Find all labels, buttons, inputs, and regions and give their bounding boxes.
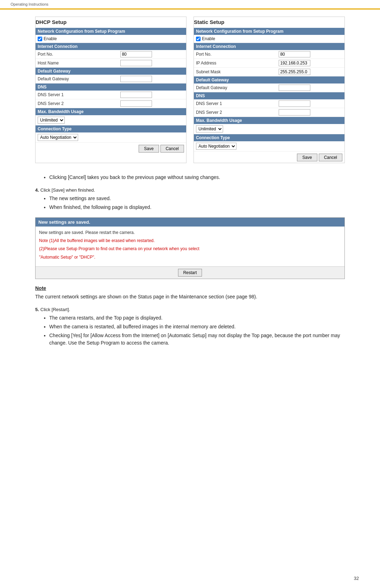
static-enable-row: Enable <box>194 35 344 43</box>
cancel-note-item: Clicking [Cancel] takes you back to the … <box>49 174 345 181</box>
dhcp-enable-label: Enable <box>44 36 57 41</box>
step5-section: 5. Click [Restart]. The camera restarts,… <box>35 307 345 347</box>
static-enable-label: Enable <box>202 36 215 41</box>
static-subnet-label: Subnet Mask <box>194 68 277 76</box>
static-panel: Static Setup Network Configuration from … <box>194 17 345 163</box>
dhcp-dns2-label: DNS Server 2 <box>36 99 118 108</box>
dhcp-connection-type-header: Connection Type <box>36 125 186 132</box>
dhcp-enable-row: Enable <box>36 35 186 43</box>
static-internet-connection-header: Internet Connection <box>194 43 344 50</box>
dhcp-port-row: Port No. <box>36 50 186 59</box>
dhcp-bandwidth-row: Unlimited 128 kbps 256 kbps 512 kbps 1 M… <box>36 115 186 125</box>
dhcp-cancel-button[interactable]: Cancel <box>160 145 184 153</box>
dhcp-gateway-label: Default Gateway <box>36 75 118 83</box>
dhcp-default-gateway-header: Default Gateway <box>36 68 186 75</box>
setup-panels: DHCP Setup Network Configuration from Se… <box>35 17 345 163</box>
dhcp-dns1-row: DNS Server 1 <box>36 91 186 99</box>
static-conntype-row: Auto Negotiation 10 Mbps Half 10 Mbps Fu… <box>194 141 344 151</box>
dhcp-conntype-select[interactable]: Auto Negotiation 10 Mbps Half 10 Mbps Fu… <box>38 134 78 141</box>
dhcp-btn-row: Save Cancel <box>36 143 186 154</box>
note-section: Note The current network settings are sh… <box>35 285 345 301</box>
dhcp-enable-checkbox[interactable] <box>38 37 42 41</box>
static-port-label: Port No. <box>194 50 277 59</box>
static-dns-header: DNS <box>194 92 344 99</box>
static-ip-row: IP Address <box>194 59 344 68</box>
static-connection-type-header: Connection Type <box>194 134 344 141</box>
saved-box-body: New settings are saved. Please restart t… <box>36 227 344 264</box>
step4-bullet2: When finished, the following page is dis… <box>49 204 345 211</box>
static-dns2-input[interactable] <box>279 109 310 116</box>
step4-text: Click [Save] when finished. <box>40 187 95 193</box>
dhcp-conntype-row: Auto Negotiation 10 Mbps Half 10 Mbps Fu… <box>36 132 186 143</box>
static-btn-row: Save Cancel <box>194 151 344 163</box>
saved-body-line1: New settings are saved. Please restart t… <box>39 229 341 236</box>
step5-bullet1: The camera restarts, and the Top page is… <box>49 314 345 322</box>
static-subnet-value-cell <box>277 68 344 76</box>
top-bar: Operating Instructions <box>0 0 380 10</box>
dhcp-internet-table: Port No. Host Name <box>36 50 186 68</box>
dhcp-dns-table: DNS Server 1 DNS Server 2 <box>36 91 186 108</box>
static-port-input[interactable] <box>279 51 310 57</box>
static-port-row: Port No. <box>194 50 344 59</box>
step4-bullet-list: The new settings are saved. When finishe… <box>49 195 345 211</box>
dhcp-panel-title: DHCP Setup <box>36 17 186 28</box>
dhcp-port-value-cell <box>118 50 186 59</box>
static-gateway-input[interactable] <box>279 85 310 91</box>
dhcp-dns2-input[interactable] <box>120 100 152 107</box>
dhcp-port-input[interactable] <box>120 51 152 57</box>
static-dns2-label: DNS Server 2 <box>194 108 277 117</box>
dhcp-save-button[interactable]: Save <box>139 145 159 153</box>
dhcp-panel: DHCP Setup Network Configuration from Se… <box>35 17 186 163</box>
static-dns2-value-cell <box>277 108 344 117</box>
step5-label-row: 5. Click [Restart]. <box>35 307 345 312</box>
restart-row: Restart <box>36 266 344 279</box>
cancel-note-section: Clicking [Cancel] takes you back to the … <box>35 174 345 181</box>
restart-button[interactable]: Restart <box>178 269 202 277</box>
static-save-button[interactable]: Save <box>297 154 317 161</box>
static-dns-table: DNS Server 1 DNS Server 2 <box>194 99 344 117</box>
static-ip-value-cell <box>277 59 344 68</box>
dhcp-gateway-input[interactable] <box>120 76 152 82</box>
main-content: DHCP Setup Network Configuration from Se… <box>0 10 380 359</box>
static-subnet-input[interactable] <box>279 69 310 75</box>
saved-note-line3: "Automatic Setup" or "DHCP". <box>39 254 341 261</box>
static-dns1-input[interactable] <box>279 100 310 107</box>
static-cancel-button[interactable]: Cancel <box>319 154 342 161</box>
note-title: Note <box>35 285 345 291</box>
static-dns2-row: DNS Server 2 <box>194 108 344 117</box>
dhcp-bandwidth-header: Max. Bandwidth Usage <box>36 108 186 115</box>
static-enable-checkbox[interactable] <box>196 37 201 41</box>
dhcp-hostname-input[interactable] <box>120 60 152 66</box>
static-dns1-label: DNS Server 1 <box>194 99 277 108</box>
static-network-config-header: Network Configuration from Setup Program <box>194 28 344 35</box>
dhcp-bandwidth-select[interactable]: Unlimited 128 kbps 256 kbps 512 kbps 1 M… <box>38 117 65 124</box>
static-bandwidth-select[interactable]: Unlimited 128 kbps 256 kbps 512 kbps 1 M… <box>196 125 223 132</box>
dhcp-dns-header: DNS <box>36 83 186 91</box>
static-default-gateway-header: Default Gateway <box>194 76 344 83</box>
step4-number: 4. <box>35 187 39 193</box>
saved-note-line1: Note (1)All the buffered images will be … <box>39 237 341 244</box>
static-bandwidth-row: Unlimited 128 kbps 256 kbps 512 kbps 1 M… <box>194 124 344 134</box>
step5-bullet2: When the camera is restarted, all buffer… <box>49 323 345 330</box>
step5-text: Click [Restart]. <box>40 307 70 312</box>
dhcp-gateway-row: Default Gateway <box>36 75 186 83</box>
step4-label-row: 4. Click [Save] when finished. <box>35 187 345 193</box>
static-gateway-row: Default Gateway <box>194 83 344 92</box>
dhcp-dns2-row: DNS Server 2 <box>36 99 186 108</box>
static-bandwidth-header: Max. Bandwidth Usage <box>194 117 344 124</box>
saved-note-line2: (2)Please use Setup Program to find out … <box>39 246 341 252</box>
static-conntype-select[interactable]: Auto Negotiation 10 Mbps Half 10 Mbps Fu… <box>196 143 236 150</box>
static-dns1-row: DNS Server 1 <box>194 99 344 108</box>
static-ip-input[interactable] <box>279 60 310 66</box>
dhcp-internet-connection-header: Internet Connection <box>36 43 186 50</box>
static-ip-label: IP Address <box>194 59 277 68</box>
saved-box-header: New settings are saved. <box>36 218 344 227</box>
dhcp-hostname-value-cell <box>118 59 186 68</box>
breadcrumb: Operating Instructions <box>11 2 49 6</box>
static-port-value-cell <box>277 50 344 59</box>
dhcp-dns1-input[interactable] <box>120 92 152 98</box>
dhcp-dns2-value-cell <box>118 99 186 108</box>
dhcp-gateway-value-cell <box>118 75 186 83</box>
dhcp-gateway-table: Default Gateway <box>36 75 186 83</box>
static-gateway-table: Default Gateway <box>194 83 344 92</box>
